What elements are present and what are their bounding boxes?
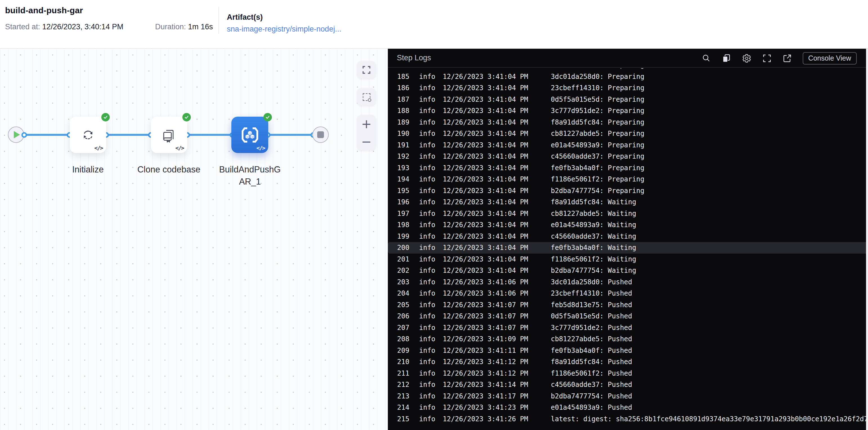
log-level: info (419, 415, 443, 423)
log-row-190[interactable]: 190info12/26/2023 3:41:04 PMcb81227abde5… (388, 128, 868, 140)
log-timestamp: 12/26/2023 3:41:04 PM (443, 107, 551, 115)
log-row-213[interactable]: 213info12/26/2023 3:41:17 PMb2dba7477754… (388, 391, 868, 402)
log-row-188[interactable]: 188info12/26/2023 3:41:04 PM3c777d951de2… (388, 105, 868, 117)
step-node-build-and-push-gar[interactable]: </> (231, 117, 268, 153)
zoom-in-button[interactable]: + (361, 118, 372, 130)
log-row-194[interactable]: 194info12/26/2023 3:41:04 PMf1186e5061f2… (388, 174, 868, 185)
log-timestamp: 12/26/2023 3:41:04 PM (443, 255, 551, 263)
log-row-202[interactable]: 202info12/26/2023 3:41:04 PMb2dba7477754… (388, 265, 868, 277)
log-level: info (419, 68, 443, 69)
step-node-initialize[interactable]: </> (70, 117, 106, 153)
log-timestamp: 12/26/2023 3:41:07 PM (443, 301, 551, 309)
log-row-184[interactable]: 184info12/26/2023 3:41:04 PMfeb5d8d13e75… (388, 68, 868, 71)
log-line-number: 213 (397, 392, 419, 400)
log-timestamp: 12/26/2023 3:41:04 PM (443, 73, 551, 81)
log-row-200[interactable]: 200info12/26/2023 3:41:04 PMfe0fb3ab4a0f… (388, 242, 868, 254)
code-step-icon: </> (94, 145, 103, 151)
log-timestamp: 12/26/2023 3:41:04 PM (443, 68, 551, 69)
canvas-select-area-button[interactable] (357, 88, 376, 106)
log-row-205[interactable]: 205info12/26/2023 3:41:07 PMfeb5d8d13e75… (388, 299, 868, 311)
log-scroll-area[interactable]: 184info12/26/2023 3:41:04 PMfeb5d8d13e75… (388, 68, 868, 430)
play-icon (14, 131, 20, 138)
page-title: build-and-push-gar (5, 6, 83, 15)
log-level: info (419, 187, 443, 195)
pipeline-end-node (312, 126, 329, 143)
log-row-189[interactable]: 189info12/26/2023 3:41:04 PMf8a91dd5fc84… (388, 117, 868, 128)
log-row-212[interactable]: 212info12/26/2023 3:41:14 PMc45660adde37… (388, 379, 868, 391)
log-line-number: 208 (397, 335, 419, 343)
log-row-210[interactable]: 210info12/26/2023 3:41:12 PMf8a91dd5fc84… (388, 356, 868, 368)
pipeline-canvas[interactable]: </> </> (0, 49, 388, 430)
log-row-199[interactable]: 199info12/26/2023 3:41:04 PMc45660adde37… (388, 231, 868, 242)
log-message: e01a454893a9: Preparing (551, 141, 644, 149)
log-timestamp: 12/26/2023 3:41:04 PM (443, 141, 551, 149)
settings-gear-icon[interactable] (742, 54, 751, 63)
log-message: f1186e5061f2: Pushed (551, 369, 632, 377)
expand-fullscreen-icon[interactable] (762, 54, 772, 63)
cube-top (248, 131, 252, 135)
log-row-192[interactable]: 192info12/26/2023 3:41:04 PMc45660adde37… (388, 151, 868, 162)
log-level: info (419, 130, 443, 138)
check-icon (265, 115, 270, 120)
log-line-number: 207 (397, 324, 419, 332)
log-timestamp: 12/26/2023 3:41:09 PM (443, 335, 551, 343)
copy-icon[interactable] (722, 54, 731, 63)
log-row-207[interactable]: 207info12/26/2023 3:41:07 PM3c777d951de2… (388, 322, 868, 334)
log-row-191[interactable]: 191info12/26/2023 3:41:04 PMe01a454893a9… (388, 140, 868, 151)
log-level: info (419, 107, 443, 115)
log-row-214[interactable]: 214info12/26/2023 3:41:23 PMe01a454893a9… (388, 402, 868, 413)
log-row-195[interactable]: 195info12/26/2023 3:41:04 PMb2dba7477754… (388, 185, 868, 197)
log-row-209[interactable]: 209info12/26/2023 3:41:11 PMfe0fb3ab4a0f… (388, 345, 868, 356)
log-timestamp: 12/26/2023 3:41:04 PM (443, 221, 551, 229)
log-row-196[interactable]: 196info12/26/2023 3:41:04 PMf8a91dd5fc84… (388, 196, 868, 208)
log-level: info (419, 221, 443, 229)
artifact-link[interactable]: sna-image-registry/simple-nodej... (227, 25, 341, 33)
step-node-clone-codebase[interactable]: </> (151, 117, 187, 153)
log-row-211[interactable]: 211info12/26/2023 3:41:12 PMf1186e5061f2… (388, 368, 868, 379)
zoom-out-button[interactable]: − (361, 136, 372, 147)
log-row-204[interactable]: 204info12/26/2023 3:41:06 PM23cbeff14310… (388, 288, 868, 299)
log-row-197[interactable]: 197info12/26/2023 3:41:04 PMcb81227abde5… (388, 208, 868, 220)
log-line-number: 215 (397, 415, 419, 423)
log-row-185[interactable]: 185info12/26/2023 3:41:04 PM3dc01da258d0… (388, 71, 868, 83)
edge-connector-dot (21, 132, 27, 138)
log-row-198[interactable]: 198info12/26/2023 3:41:04 PMe01a454893a9… (388, 219, 868, 231)
open-in-new-icon[interactable] (782, 54, 792, 63)
log-row-201[interactable]: 201info12/26/2023 3:41:04 PMf1186e5061f2… (388, 254, 868, 265)
log-message: cb81227abde5: Preparing (551, 130, 644, 138)
log-level: info (419, 358, 443, 366)
cube-left (245, 135, 249, 139)
scrollbar-gutter[interactable] (866, 49, 868, 430)
log-row-203[interactable]: 203info12/26/2023 3:41:06 PM3dc01da258d0… (388, 277, 868, 288)
canvas-zoom-controls: + − (357, 115, 376, 150)
log-row-187[interactable]: 187info12/26/2023 3:41:04 PM0d5f5a015e5d… (388, 94, 868, 105)
log-row-206[interactable]: 206info12/26/2023 3:41:07 PM0d5f5a015e5d… (388, 311, 868, 322)
log-line-number: 202 (397, 266, 419, 275)
log-timestamp: 12/26/2023 3:41:04 PM (443, 118, 551, 126)
log-message: cb81227abde5: Waiting (551, 210, 636, 218)
log-line-number: 198 (397, 221, 419, 229)
log-row-208[interactable]: 208info12/26/2023 3:41:09 PMcb81227abde5… (388, 333, 868, 345)
canvas-fit-view-button[interactable] (357, 61, 376, 79)
log-timestamp: 12/26/2023 3:41:04 PM (443, 244, 551, 252)
log-message: f8a91dd5fc84: Pushed (551, 358, 632, 366)
console-view-button[interactable]: Console View (803, 52, 857, 64)
log-line-number: 209 (397, 347, 419, 354)
log-row-186[interactable]: 186info12/26/2023 3:41:04 PM23cbeff14310… (388, 82, 868, 94)
log-message: b2dba7477754: Pushed (551, 392, 632, 400)
log-row-215[interactable]: 215info12/26/2023 3:41:26 PMlatest: dige… (388, 413, 868, 425)
log-level: info (419, 175, 443, 183)
log-timestamp: 12/26/2023 3:41:04 PM (443, 187, 551, 195)
log-row-193[interactable]: 193info12/26/2023 3:41:04 PMfe0fb3ab4a0f… (388, 162, 868, 174)
search-icon[interactable] (702, 54, 711, 63)
log-message: feb5d8d13e75: Preparing (551, 68, 644, 69)
log-line-number: 187 (397, 95, 419, 104)
log-message: cb81227abde5: Pushed (551, 335, 632, 343)
log-line-number: 195 (397, 187, 419, 195)
cube-right (250, 135, 254, 139)
log-message: b2dba7477754: Preparing (551, 187, 644, 195)
execution-header: build-and-push-gar Started at: 12/26/202… (0, 0, 868, 49)
log-level: info (419, 289, 443, 297)
step-label-clone-codebase: Clone codebase (135, 164, 203, 176)
marquee-select-icon (363, 93, 370, 101)
